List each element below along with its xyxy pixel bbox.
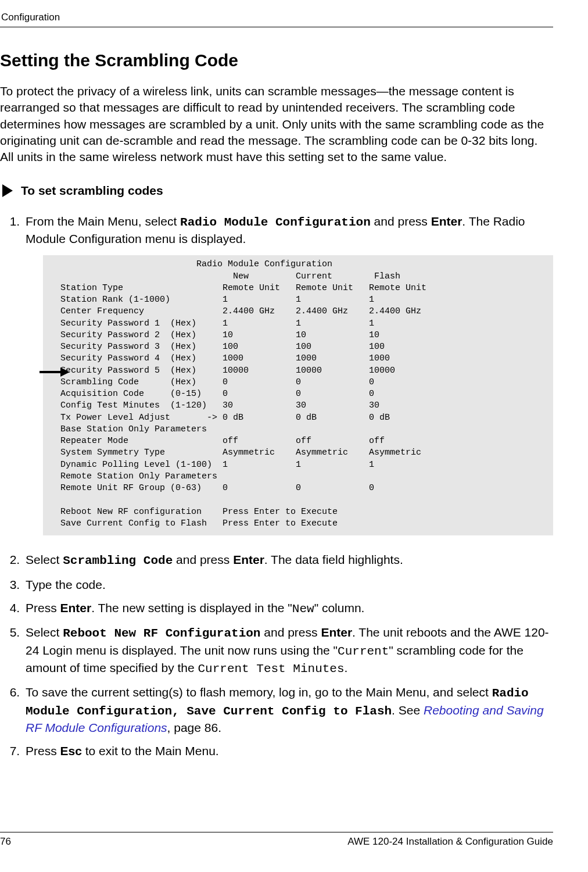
key: Esc bbox=[60, 744, 82, 757]
step-7: Press Esc to exit to the Main Menu. bbox=[23, 743, 553, 759]
text: to exit to the Main Menu. bbox=[82, 744, 219, 757]
text: To save the current setting(s) to flash … bbox=[26, 685, 492, 699]
code: Scrambling Code bbox=[63, 554, 173, 567]
code: New bbox=[292, 602, 314, 616]
intro-paragraph: To protect the privacy of a wireless lin… bbox=[0, 83, 553, 166]
key: Enter bbox=[321, 626, 352, 639]
text: , page 86. bbox=[167, 721, 221, 734]
header-rule bbox=[0, 27, 553, 27]
code: Reboot New RF Configuration bbox=[63, 627, 260, 640]
terminal-screenshot: Radio Module Configuration New Current F… bbox=[43, 255, 553, 535]
step-6: To save the current setting(s) to flash … bbox=[23, 684, 553, 736]
steps-list: From the Main Menu, select Radio Module … bbox=[0, 213, 553, 760]
doc-title: AWE 120-24 Installation & Configuration … bbox=[347, 836, 553, 848]
text: Press bbox=[26, 601, 60, 614]
code: Radio Module Configuration bbox=[180, 216, 371, 229]
code: Current Test Minutes bbox=[198, 662, 345, 676]
key: Enter bbox=[60, 601, 92, 614]
step-4: Press Enter. The new setting is displaye… bbox=[23, 600, 553, 617]
section-title: Setting the Scrambling Code bbox=[0, 51, 553, 70]
page-number: 76 bbox=[0, 836, 11, 848]
text: Select bbox=[26, 553, 63, 566]
running-header: Configuration bbox=[1, 12, 553, 23]
code: Current bbox=[338, 645, 389, 658]
text: . bbox=[345, 661, 348, 674]
text: From the Main Menu, select bbox=[26, 215, 180, 228]
step-3: Type the code. bbox=[23, 577, 553, 593]
text: and press bbox=[371, 215, 431, 228]
callout-arrow-icon bbox=[40, 367, 70, 377]
text: . The data field highlights. bbox=[264, 553, 403, 566]
text: . The new setting is displayed in the " bbox=[91, 601, 292, 614]
text: and press bbox=[173, 553, 233, 566]
page-footer: 76 AWE 120-24 Installation & Configurati… bbox=[0, 832, 553, 848]
procedure-arrow-icon bbox=[1, 183, 14, 198]
terminal-text: Radio Module Configuration New Current F… bbox=[43, 255, 553, 535]
svg-marker-2 bbox=[60, 367, 70, 377]
footer-rule bbox=[0, 832, 553, 832]
text: Press bbox=[26, 744, 60, 757]
text: . See bbox=[392, 703, 424, 717]
procedure-heading: To set scrambling codes bbox=[1, 183, 553, 198]
text: " column. bbox=[314, 601, 365, 614]
key: Enter bbox=[233, 553, 264, 566]
key: Enter bbox=[431, 215, 462, 228]
text: Select bbox=[26, 626, 63, 639]
text: and press bbox=[260, 626, 321, 639]
step-1: From the Main Menu, select Radio Module … bbox=[23, 213, 553, 535]
step-2: Select Scrambling Code and press Enter. … bbox=[23, 552, 553, 569]
procedure-title: To set scrambling codes bbox=[21, 184, 163, 198]
step-5: Select Reboot New RF Configuration and p… bbox=[23, 624, 553, 677]
svg-marker-0 bbox=[2, 184, 13, 197]
